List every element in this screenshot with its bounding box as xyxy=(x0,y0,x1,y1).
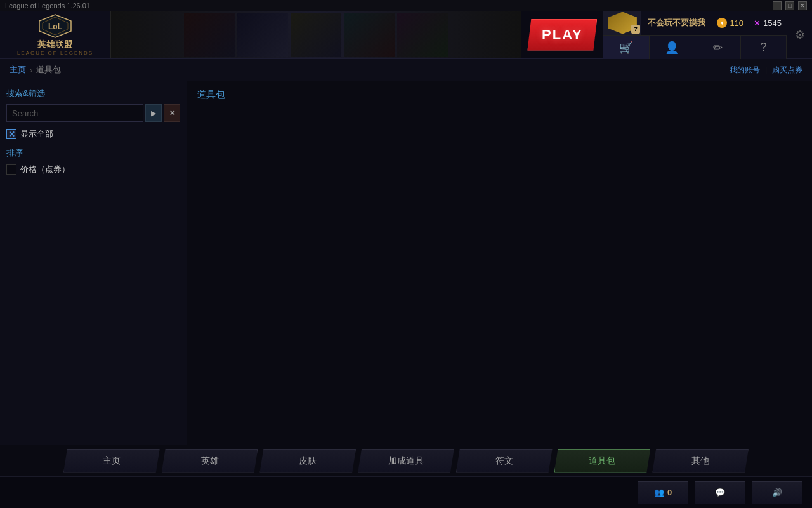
account-links: 我的账号 | 购买点券 xyxy=(730,65,802,76)
status-bar: 👥 0 💬 🔊 xyxy=(0,476,812,508)
maximize-button[interactable]: □ xyxy=(785,1,794,10)
breadcrumb-separator: › xyxy=(30,65,32,75)
my-account-link[interactable]: 我的账号 xyxy=(730,65,760,76)
banner-char-2 xyxy=(237,13,288,57)
pen-nav-button[interactable]: ✏ xyxy=(695,36,741,59)
right-bottom: 🛒 👤 ✏ ? xyxy=(603,35,787,58)
nav-heroes[interactable]: 英雄 xyxy=(162,449,258,473)
sort-title: 排序 xyxy=(6,147,180,159)
rp-amount: 1545 xyxy=(763,18,782,28)
nav-other[interactable]: 其他 xyxy=(652,449,749,473)
volume-button[interactable]: 🔊 xyxy=(752,481,802,504)
help-nav-button[interactable]: ? xyxy=(741,36,787,59)
friends-button[interactable]: 👥 0 xyxy=(638,481,688,504)
logo-emblem: LoL xyxy=(36,13,74,39)
sort-price-checkbox[interactable] xyxy=(6,164,16,175)
banner-char-4 xyxy=(344,13,395,57)
logo-text-sub: LEAGUE OF LEGENDS xyxy=(17,50,93,56)
minimize-button[interactable]: — xyxy=(773,1,782,10)
search-go-button[interactable]: ▶ xyxy=(145,104,162,122)
currency-area: ♦ 110 xyxy=(712,18,749,28)
nav-home[interactable]: 主页 xyxy=(63,449,160,473)
banner-char-5 xyxy=(397,13,448,57)
volume-icon: 🔊 xyxy=(772,488,782,497)
currency-icon: ♦ xyxy=(717,18,727,28)
rp-icon: ✕ xyxy=(754,18,761,28)
filter-title: 搜索&筛选 xyxy=(6,88,180,99)
banner-area xyxy=(111,11,521,58)
play-button[interactable]: PLAY xyxy=(527,19,597,51)
header: LoL 英雄联盟 LEAGUE OF LEGENDS PLAY 7 不会玩不要摸… xyxy=(0,11,812,59)
breadcrumb-current: 道具包 xyxy=(36,64,61,76)
close-button[interactable]: ✕ xyxy=(798,1,807,10)
banner-images xyxy=(111,11,521,58)
nav-bundles[interactable]: 道具包 xyxy=(554,449,651,473)
username-label: 不会玩不要摸我 xyxy=(641,17,712,29)
title-bar-controls: — □ ✕ xyxy=(773,1,807,10)
breadcrumb-bar: 主页 › 道具包 我的账号 | 购买点券 xyxy=(0,59,812,81)
rp-area: ✕ 1545 xyxy=(749,18,787,28)
nav-boost[interactable]: 加成道具 xyxy=(358,449,454,473)
item-icon-area: 7 xyxy=(603,11,641,35)
breadcrumb-home[interactable]: 主页 xyxy=(10,64,26,76)
logo-area: LoL 英雄联盟 LEAGUE OF LEGENDS xyxy=(0,11,111,58)
item-badge: 7 xyxy=(631,25,640,34)
buy-points-link[interactable]: 购买点券 xyxy=(772,65,802,76)
sort-price-option: 价格（点券） xyxy=(6,164,180,175)
right-top: 7 不会玩不要摸我 ♦ 110 ✕ 1545 xyxy=(603,11,787,35)
sort-price-label: 价格（点券） xyxy=(20,164,70,175)
svg-text:LoL: LoL xyxy=(48,22,62,31)
title-bar: League of Legends 1.26.01 — □ ✕ xyxy=(0,0,812,11)
chat-button[interactable]: 💬 xyxy=(695,481,745,504)
nav-runes[interactable]: 符文 xyxy=(456,449,553,473)
nav-skins[interactable]: 皮肤 xyxy=(259,449,356,473)
cart-nav-button[interactable]: 🛒 xyxy=(603,36,649,59)
logo-text-main: 英雄联盟 xyxy=(37,39,73,50)
banner-char-3 xyxy=(291,13,341,57)
sidebar: 搜索&筛选 ▶ ✕ ✕ 显示全部 排序 价格（点券） xyxy=(0,81,187,444)
checkbox-check-icon: ✕ xyxy=(8,130,15,139)
show-all-row: ✕ 显示全部 xyxy=(6,128,180,140)
play-btn-area: PLAY xyxy=(521,11,603,58)
breadcrumb: 主页 › 道具包 xyxy=(10,64,61,76)
account-divider: | xyxy=(765,65,767,74)
show-all-label: 显示全部 xyxy=(20,128,53,140)
bottom-nav: 主页 英雄 皮肤 加成道具 符文 道具包 其他 xyxy=(0,444,812,476)
chat-icon: 💬 xyxy=(715,488,725,497)
friends-icon: 👥 xyxy=(654,488,664,497)
title-bar-text: League of Legends 1.26.01 xyxy=(5,2,90,10)
main-content: 搜索&筛选 ▶ ✕ ✕ 显示全部 排序 价格（点券） 道具包 xyxy=(0,81,812,444)
settings-button[interactable]: ⚙ xyxy=(787,11,812,58)
banner-char-1 xyxy=(184,13,235,57)
content-area: 道具包 xyxy=(187,81,812,444)
search-box: ▶ ✕ xyxy=(6,104,180,122)
search-clear-button[interactable]: ✕ xyxy=(164,104,180,122)
sort-options: 价格（点券） xyxy=(6,164,180,175)
profile-nav-button[interactable]: 👤 xyxy=(650,36,695,59)
right-header: 7 不会玩不要摸我 ♦ 110 ✕ 1545 🛒 👤 ✏ ? xyxy=(603,11,787,58)
search-input[interactable] xyxy=(6,104,143,122)
currency-amount: 110 xyxy=(730,18,743,28)
show-all-checkbox[interactable]: ✕ xyxy=(6,129,16,139)
content-title: 道具包 xyxy=(197,89,802,105)
friends-count: 0 xyxy=(667,488,672,497)
